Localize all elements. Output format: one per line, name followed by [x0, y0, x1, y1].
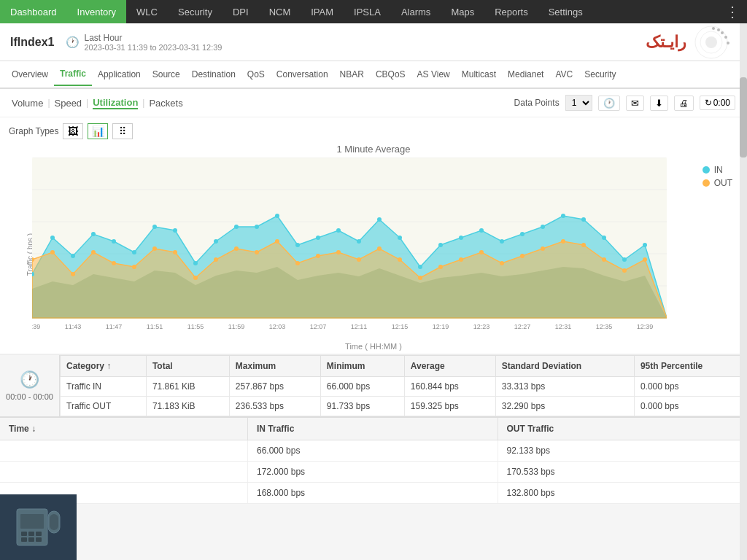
nav-ipam[interactable]: IPAM: [301, 0, 344, 23]
subnav-avc[interactable]: AVC: [549, 63, 578, 85]
print-button[interactable]: 🖨: [674, 96, 694, 111]
svg-text:12:19: 12:19: [433, 323, 449, 330]
col-minimum: Minimum: [320, 356, 404, 377]
svg-point-65: [214, 257, 218, 262]
col-category[interactable]: Category ↑: [61, 356, 147, 377]
svg-point-79: [500, 261, 504, 265]
header-bar: IfIndex1 🕐 Last Hour 2023-03-31 11:39 to…: [0, 23, 747, 61]
svg-point-74: [398, 257, 402, 262]
svg-point-69: [295, 261, 300, 265]
page-title: IfIndex1: [10, 36, 54, 49]
col-stddev: Standard Deviation: [495, 356, 634, 377]
nav-alarms[interactable]: Alarms: [391, 0, 441, 23]
logo-svg: رایـتک: [642, 24, 737, 61]
svg-point-75: [418, 276, 422, 280]
row2-minimum: 91.733 bps: [320, 397, 404, 416]
svg-point-80: [520, 254, 525, 258]
bar-chart-button[interactable]: 📊: [88, 123, 108, 139]
nav-dpi[interactable]: DPI: [222, 0, 259, 23]
nav-ipsla[interactable]: IPSLA: [344, 0, 391, 23]
bottom-row1-in: 66.000 bps: [248, 440, 498, 461]
graph-area: Graph Types 🖼 📊 ⠿ 1 Minute Average Traff…: [0, 117, 747, 354]
svg-point-30: [132, 250, 136, 254]
scrollbar-track[interactable]: [740, 23, 747, 560]
nav-ncm[interactable]: NCM: [259, 0, 301, 23]
subnav-destination[interactable]: Destination: [186, 63, 241, 85]
svg-point-34: [214, 239, 218, 244]
time-block-value: 00:00 - 00:00: [6, 392, 53, 401]
area-chart-button[interactable]: 🖼: [63, 123, 83, 139]
svg-text:11:55: 11:55: [187, 323, 204, 330]
svg-point-53: [602, 236, 606, 240]
svg-point-70: [316, 254, 320, 258]
row2-total: 71.183 KiB: [146, 397, 229, 416]
top-navigation: Dashboard Inventory WLC Security DPI NCM…: [0, 0, 747, 23]
svg-rect-110: [36, 537, 42, 542]
svg-point-81: [541, 246, 545, 251]
svg-point-7: [712, 27, 715, 30]
svg-text:11:51: 11:51: [147, 323, 163, 330]
toolbar-volume[interactable]: Volume: [12, 98, 43, 109]
svg-point-71: [336, 250, 341, 254]
svg-text:12:03: 12:03: [269, 323, 286, 330]
scrollbar-thumb[interactable]: [740, 77, 747, 158]
svg-text:11:47: 11:47: [106, 323, 123, 330]
svg-point-50: [541, 225, 545, 229]
row1-stddev: 33.313 bps: [495, 377, 634, 397]
svg-point-57: [50, 250, 55, 254]
nav-maps[interactable]: Maps: [441, 0, 484, 23]
subnav-overview[interactable]: Overview: [6, 63, 54, 85]
legend-out: OUT: [703, 178, 732, 188]
toolbar-utilization[interactable]: Utilization: [93, 97, 138, 109]
svg-text:11:43: 11:43: [65, 323, 82, 330]
bottom-col-time[interactable]: Time ↓: [0, 418, 248, 440]
svg-point-61: [132, 265, 136, 269]
subnav-qos[interactable]: QoS: [241, 63, 271, 85]
clock-icon-large: 🕐: [20, 370, 39, 389]
sub-navigation: Overview Traffic Application Source Dest…: [0, 61, 747, 89]
history-button[interactable]: 🕐: [598, 96, 620, 111]
header-logo: رایـتک: [642, 24, 737, 61]
subnav-nbar[interactable]: NBAR: [334, 63, 370, 85]
col-average: Average: [404, 356, 495, 377]
subnav-asview[interactable]: AS View: [411, 63, 456, 85]
svg-text:12:27: 12:27: [514, 323, 531, 330]
subnav-cbqos[interactable]: CBQoS: [370, 63, 411, 85]
scatter-chart-button[interactable]: ⠿: [112, 123, 133, 139]
svg-point-54: [622, 257, 627, 262]
svg-point-82: [561, 239, 565, 244]
nav-more-icon[interactable]: ⋮: [718, 3, 747, 20]
data-points-label: Data Points: [514, 98, 560, 108]
svg-point-45: [438, 243, 443, 247]
nav-security[interactable]: Security: [168, 0, 222, 23]
nav-inventory[interactable]: Inventory: [67, 0, 126, 23]
nav-wlc[interactable]: WLC: [126, 0, 168, 23]
download-button[interactable]: ⬇: [650, 96, 668, 111]
nav-reports[interactable]: Reports: [484, 0, 538, 23]
svg-point-38: [295, 243, 300, 247]
subnav-multicast[interactable]: Multicast: [456, 63, 502, 85]
chart-legend: IN OUT: [703, 165, 732, 188]
subnav-traffic[interactable]: Traffic: [54, 63, 92, 86]
svg-point-48: [500, 239, 504, 244]
email-button[interactable]: ✉: [626, 96, 644, 111]
toolbar-packets[interactable]: Packets: [149, 98, 182, 109]
svg-rect-108: [21, 537, 27, 542]
subnav-conversation[interactable]: Conversation: [271, 63, 334, 85]
svg-point-77: [459, 257, 463, 262]
svg-point-5: [727, 42, 729, 44]
toolbar-speed[interactable]: Speed: [55, 98, 82, 109]
refresh-button[interactable]: ↻ 0:00: [700, 96, 735, 110]
row1-total: 71.861 KiB: [146, 377, 229, 397]
nav-dashboard[interactable]: Dashboard: [0, 0, 67, 23]
svg-point-58: [71, 272, 75, 276]
subnav-source[interactable]: Source: [147, 63, 186, 85]
legend-in-dot: [703, 166, 710, 174]
data-points-select[interactable]: 1 5: [565, 95, 592, 111]
svg-point-72: [357, 257, 361, 262]
subnav-application[interactable]: Application: [92, 63, 147, 85]
subnav-medianet[interactable]: Medianet: [502, 63, 549, 85]
subnav-security[interactable]: Security: [578, 63, 622, 85]
nav-settings[interactable]: Settings: [538, 0, 593, 23]
graph-types-label: Graph Types: [9, 126, 58, 136]
